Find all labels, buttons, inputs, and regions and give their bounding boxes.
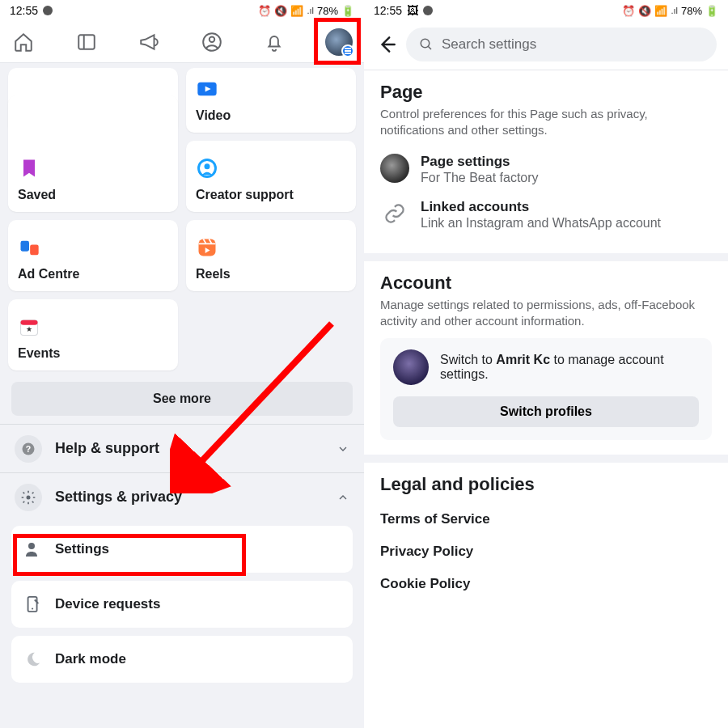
svg-rect-10 [21,320,38,325]
svg-rect-6 [21,241,30,252]
wifi-icon: 📶 [654,5,667,17]
signal-icon: .ıl [307,6,314,15]
svg-point-14 [27,495,31,499]
battery-percent-right: 78% [681,5,702,17]
svg-rect-8 [199,239,216,256]
battery-icon: 🔋 [705,5,718,17]
battery-percent: 78% [317,5,338,17]
card-ad-centre[interactable]: Ad Centre [8,220,178,291]
card-creator-support[interactable]: Creator support [186,141,356,212]
legal-cookie[interactable]: Cookie Policy [380,568,712,600]
section-legal: Legal and policies Terms of Service Priv… [364,463,728,615]
app-dot-icon [43,6,53,15]
switch-avatar [393,349,429,385]
hamburger-badge-icon [341,44,354,57]
section-page: Page Control preferences for this Page s… [364,70,728,261]
top-nav [0,21,364,63]
chevron-down-icon [336,442,349,455]
section-account: Account Manage settings related to permi… [364,261,728,463]
svg-point-19 [421,39,430,48]
help-support-label: Help & support [55,440,159,457]
see-more-button[interactable]: See more [11,382,353,416]
linked-accounts-sub: Link an Instagram and WhatsApp account [421,215,661,232]
search-placeholder: Search settings [442,36,536,53]
page-desc: Control preferences for this Page such a… [380,106,712,139]
svg-rect-0 [78,35,95,49]
status-bar-right: 12:55 🖼 ⏰ 🔇 📶 .ıl 78% 🔋 [364,0,728,21]
home-icon[interactable] [11,30,36,54]
page-settings-sub: For The Beat factory [421,170,539,187]
menu-avatar[interactable] [325,28,353,56]
status-time: 12:55 [10,4,38,17]
help-support-row[interactable]: ? Help & support [0,424,364,472]
svg-point-15 [28,543,35,549]
card-saved-label: Saved [18,188,168,202]
device-requests-item[interactable]: Device requests [11,581,353,628]
account-heading: Account [380,273,712,294]
alarm-icon: ⏰ [258,5,271,17]
pages-icon[interactable] [74,30,99,54]
image-icon: 🖼 [407,4,418,17]
device-requests-label: Device requests [55,596,160,612]
dark-mode-label: Dark mode [55,651,126,667]
gear-icon [15,484,42,511]
megaphone-icon[interactable] [137,30,161,54]
legal-heading: Legal and policies [380,474,712,495]
moon-icon [23,649,44,670]
back-button[interactable] [375,33,398,56]
page-settings-title: Page settings [421,154,539,170]
chevron-up-icon [336,491,349,504]
card-video-label: Video [196,108,346,123]
wifi-icon: 📶 [290,5,303,17]
card-saved[interactable]: Saved [8,95,178,212]
events-icon: ★ [18,315,40,338]
card-video[interactable]: Video [186,68,356,133]
svg-text:★: ★ [26,325,32,333]
battery-icon: 🔋 [341,5,354,17]
page-avatar-icon [380,154,409,183]
svg-point-17 [32,607,33,609]
mute-icon: 🔇 [274,5,287,17]
account-desc: Manage settings related to permissions, … [380,297,712,330]
status-time-right: 12:55 [374,4,402,17]
linked-accounts-row[interactable]: Linked accounts Link an Instagram and Wh… [380,193,712,239]
switch-profile-card: Switch to Amrit Kc to manage account set… [380,338,712,440]
alarm-icon: ⏰ [622,5,635,17]
settings-item[interactable]: Settings [11,526,353,573]
switch-profiles-button[interactable]: Switch profiles [393,396,699,427]
page-heading: Page [380,82,712,103]
card-creator-support-label: Creator support [196,188,346,202]
legal-terms[interactable]: Terms of Service [380,503,712,535]
bookmark-icon [18,157,40,180]
card-events-label: Events [18,346,168,361]
switch-text: Switch to Amrit Kc to manage account set… [440,353,699,382]
help-icon: ? [15,435,42,463]
video-icon [196,78,218,100]
svg-rect-7 [30,245,38,256]
svg-point-2 [210,36,215,42]
settings-label: Settings [55,541,109,557]
page-settings-row[interactable]: Page settings For The Beat factory [380,147,712,193]
search-settings-input[interactable]: Search settings [406,28,717,61]
svg-point-5 [205,163,210,169]
reels-icon [196,236,218,259]
signal-icon: .ıl [671,6,678,15]
card-reels-label: Reels [196,267,346,281]
card-ad-centre-label: Ad Centre [18,267,168,281]
card-reels[interactable]: Reels [186,220,356,291]
svg-text:?: ? [26,443,31,453]
profile-icon[interactable] [200,30,224,54]
settings-privacy-row[interactable]: Settings & privacy [0,472,364,521]
card-events[interactable]: ★ Events [8,299,178,370]
dark-mode-item[interactable]: Dark mode [11,636,353,683]
linked-accounts-title: Linked accounts [421,199,661,215]
support-icon [196,157,218,180]
status-bar: 12:55 ⏰ 🔇 📶 .ıl 78% 🔋 [0,0,364,21]
legal-privacy[interactable]: Privacy Policy [380,535,712,568]
mute-icon: 🔇 [638,5,651,17]
search-icon [419,37,434,52]
device-icon [23,594,44,615]
bell-icon[interactable] [262,30,286,54]
ad-centre-icon [18,236,40,259]
app-dot-icon-right [423,6,433,15]
